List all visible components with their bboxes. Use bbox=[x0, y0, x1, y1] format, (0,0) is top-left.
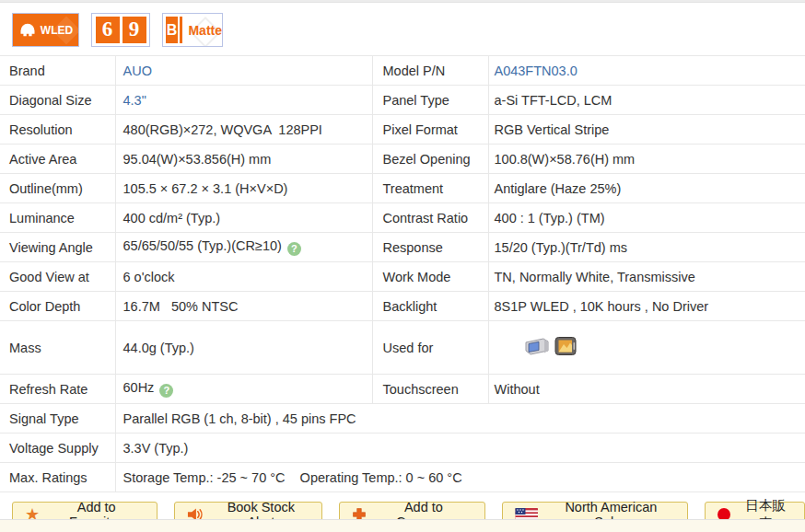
spec-value: Parallel RGB (1 ch, 8-bit) , 45 pins FPC bbox=[115, 404, 805, 434]
spec-value: 60Hz? bbox=[115, 375, 372, 404]
table-row: Diagonal Size 4.3" Panel Type a-Si TFT-L… bbox=[0, 86, 805, 115]
spec-label: Resolution bbox=[0, 115, 115, 145]
diagonal-size-link[interactable]: 4.3" bbox=[123, 93, 146, 108]
table-row: Luminance 400 cd/m² (Typ.) Contrast Rati… bbox=[0, 203, 805, 233]
spec-label: Good View at bbox=[0, 262, 115, 292]
spec-value: 8S1P WLED , 10K hours , No Driver bbox=[488, 292, 805, 321]
wled-badge-label: WLED bbox=[41, 24, 73, 37]
table-row: Viewing Angle 65/65/50/55 (Typ.)(CR≥10)?… bbox=[0, 233, 805, 262]
help-icon[interactable]: ? bbox=[287, 242, 301, 256]
spec-value: 65/65/50/55 (Typ.)(CR≥10)? bbox=[115, 233, 372, 262]
model-pn-link[interactable]: A043FTN03.0 bbox=[495, 64, 578, 78]
table-row: Brand AUO Model P/N A043FTN03.0 bbox=[0, 56, 805, 86]
spec-value: 400 cd/m² (Typ.) bbox=[115, 203, 372, 233]
spec-value: 400 : 1 (Typ.) (TM) bbox=[488, 203, 805, 233]
spec-label: Pixel Format bbox=[372, 115, 488, 145]
table-row: Signal Type Parallel RGB (1 ch, 8-bit) ,… bbox=[0, 404, 805, 434]
brand-link[interactable]: AUO bbox=[123, 64, 152, 78]
surface-matte-badge: B Matte bbox=[162, 13, 223, 47]
spec-value: 6 o'clock bbox=[115, 262, 372, 292]
spec-value: Antiglare (Haze 25%) bbox=[488, 174, 805, 203]
spec-value: A043FTN03.0 bbox=[488, 56, 805, 86]
spec-value: 16.7M 50% NTSC bbox=[115, 292, 372, 321]
bottom-strip bbox=[0, 519, 805, 532]
table-row: Resolution 480(RGB)×272, WQVGA 128PPI Pi… bbox=[0, 115, 805, 145]
spec-label: Mass bbox=[0, 321, 115, 375]
wled-lamp-icon bbox=[18, 21, 37, 39]
spec-value: 100.8(W)×58.76(H) mm bbox=[488, 145, 805, 174]
table-row: Outline(mm) 105.5 × 67.2 × 3.1 (H×V×D) T… bbox=[0, 174, 805, 203]
table-row: Mass 44.0g (Typ.) Used for bbox=[0, 321, 805, 375]
spec-value: AUO bbox=[115, 56, 372, 86]
surface-matte-label: Matte bbox=[188, 23, 222, 38]
stock-digit: 9 bbox=[122, 17, 146, 43]
digital-camera-icon[interactable] bbox=[524, 336, 550, 356]
spec-value: RGB Vertical Stripe bbox=[488, 115, 805, 145]
spec-label: Viewing Angle bbox=[0, 233, 115, 262]
portable-media-player-icon[interactable] bbox=[554, 336, 578, 356]
spec-label: Work Mode bbox=[372, 262, 488, 292]
spec-label: Outline(mm) bbox=[0, 174, 115, 203]
spec-value: Without bbox=[488, 375, 805, 404]
spec-label: Bezel Opening bbox=[372, 145, 488, 174]
spec-label: Active Area bbox=[0, 145, 115, 174]
spec-label: Model P/N bbox=[372, 56, 488, 86]
surface-bar bbox=[180, 17, 182, 43]
spec-value: TN, Normally White, Transmissive bbox=[488, 262, 805, 292]
spec-label: Contrast Ratio bbox=[372, 203, 488, 233]
feature-badges: WLED 6 9 B Matte bbox=[0, 3, 805, 47]
table-row: Max. Ratings Storage Temp.: -25 ~ 70 °C … bbox=[0, 463, 805, 492]
table-row: Voltage Supply 3.3V (Typ.) bbox=[0, 434, 805, 463]
table-row: Active Area 95.04(W)×53.856(H) mm Bezel … bbox=[0, 145, 805, 174]
table-row: Color Depth 16.7M 50% NTSC Backlight 8S1… bbox=[0, 292, 805, 321]
used-for-icons bbox=[524, 336, 578, 356]
spec-value: Storage Temp.: -25 ~ 70 °C Operating Tem… bbox=[115, 463, 805, 492]
help-icon[interactable]: ? bbox=[159, 384, 173, 398]
spec-table: Brand AUO Model P/N A043FTN03.0 Diagonal… bbox=[0, 55, 805, 492]
spec-label: Signal Type bbox=[0, 404, 115, 434]
spec-label: Response bbox=[372, 233, 488, 262]
spec-value bbox=[488, 321, 805, 375]
spec-label: Treatment bbox=[372, 174, 488, 203]
spec-label: Luminance bbox=[0, 203, 115, 233]
spec-label: Voltage Supply bbox=[0, 434, 115, 463]
spec-value: 480(RGB)×272, WQVGA 128PPI bbox=[115, 115, 372, 145]
spec-label: Touchscreen bbox=[372, 375, 488, 404]
viewing-angle-value: 65/65/50/55 (Typ.)(CR≥10) bbox=[123, 238, 282, 253]
spec-value: 95.04(W)×53.856(H) mm bbox=[115, 145, 372, 174]
spec-label: Max. Ratings bbox=[0, 463, 115, 492]
table-row: Good View at 6 o'clock Work Mode TN, Nor… bbox=[0, 262, 805, 292]
spec-value: 44.0g (Typ.) bbox=[115, 321, 372, 375]
spec-value: 4.3" bbox=[115, 86, 372, 115]
stock-69-badge: 6 9 bbox=[91, 13, 150, 47]
wled-backlight-badge: WLED bbox=[12, 13, 79, 47]
spec-value: a-Si TFT-LCD, LCM bbox=[488, 86, 805, 115]
spec-value: 105.5 × 67.2 × 3.1 (H×V×D) bbox=[115, 174, 372, 203]
table-row: Refresh Rate 60Hz? Touchscreen Without bbox=[0, 375, 805, 404]
spec-label: Brand bbox=[0, 56, 115, 86]
surface-letter: B bbox=[166, 17, 178, 43]
spec-label: Used for bbox=[372, 321, 488, 375]
spec-label: Backlight bbox=[372, 292, 488, 321]
spec-value: 15/20 (Typ.)(Tr/Td) ms bbox=[488, 233, 805, 262]
stock-digit: 6 bbox=[96, 17, 120, 43]
spec-label: Refresh Rate bbox=[0, 375, 115, 404]
spec-label: Diagonal Size bbox=[0, 86, 115, 115]
refresh-rate-value: 60Hz bbox=[123, 380, 155, 395]
spec-value: 3.3V (Typ.) bbox=[115, 434, 805, 463]
spec-label: Color Depth bbox=[0, 292, 115, 321]
spec-label: Panel Type bbox=[372, 86, 488, 115]
